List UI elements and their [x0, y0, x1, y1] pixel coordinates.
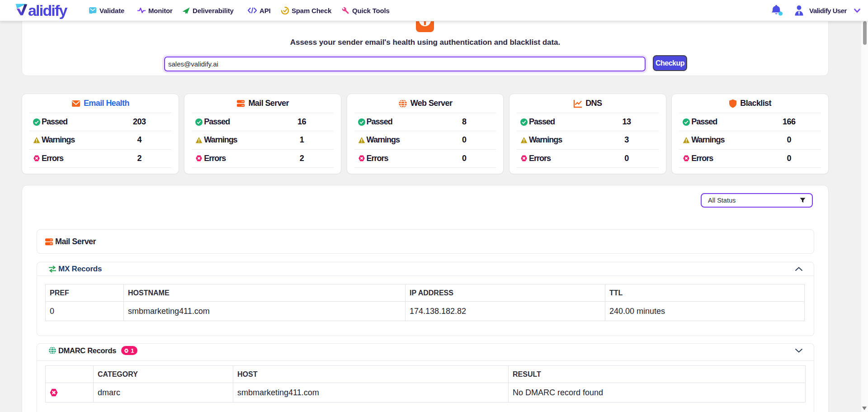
svg-text:alidify: alidify [28, 2, 68, 19]
